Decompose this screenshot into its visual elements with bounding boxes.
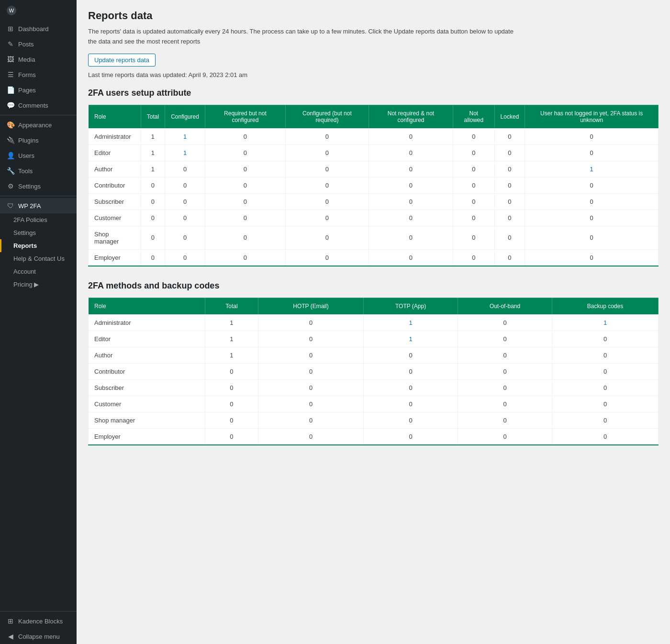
totp-link[interactable]: 1 [409,319,412,326]
totp-cell: 0 [363,363,458,379]
sidebar-item-tools[interactable]: 🔧 Tools [0,163,77,178]
hotp-cell: 0 [258,331,364,347]
unknown-cell: 0 [525,210,659,226]
sidebar-item-kadence[interactable]: ⊞ Kadence Blocks [0,613,77,629]
submenu-pricing[interactable]: Pricing ▶ [0,278,77,291]
table-row: Customer 0 0 0 0 0 [89,396,659,412]
not-allowed-cell: 0 [453,226,495,249]
role-cell: Employer [89,428,205,445]
locked-cell: 0 [494,128,525,144]
sidebar-item-label: Media [18,56,35,63]
total-cell: 0 [205,396,258,412]
sidebar-item-label: Plugins [18,137,39,144]
not-allowed-cell: 0 [453,210,495,226]
submenu-account[interactable]: Account [0,265,77,278]
media-icon: 🖼 [7,56,14,63]
col-locked: Locked [494,105,525,128]
update-reports-button[interactable]: Update reports data [88,54,156,67]
configured-link[interactable]: 1 [183,133,187,140]
submenu-help-contact[interactable]: Help & Contact Us [0,252,77,265]
table2-wrapper: Role Total HOTP (Email) TOTP (App) Out-o… [88,298,659,445]
sidebar-item-collapse[interactable]: ◀ Collapse menu [0,629,77,644]
oob-cell: 0 [458,412,552,428]
hotp-cell: 0 [258,347,364,363]
appearance-icon: 🎨 [7,121,14,129]
totp-cell: 0 [363,412,458,428]
backup-link[interactable]: 1 [603,319,607,326]
config-not-req-cell: 0 [285,161,368,177]
sidebar-item-media[interactable]: 🖼 Media [0,52,77,67]
req-not-config-cell: 0 [205,128,285,144]
totp-cell: 0 [363,396,458,412]
backup-cell: 0 [552,396,659,412]
hotp-cell: 0 [258,396,364,412]
sidebar-item-wp2fa[interactable]: 🛡 WP 2FA [0,198,77,213]
col-total: Total [141,105,165,128]
submenu-reports[interactable]: Reports [0,239,77,252]
unknown-cell: 0 [525,128,659,144]
table1-wrapper: Role Total Configured Required but not c… [88,105,659,266]
pages-icon: 📄 [7,86,14,94]
sidebar-item-appearance[interactable]: 🎨 Appearance [0,117,77,133]
totp-cell: 0 [363,347,458,363]
backup-cell: 0 [552,347,659,363]
table1-header-row: Role Total Configured Required but not c… [89,105,659,128]
sidebar-item-comments[interactable]: 💬 Comments [0,98,77,113]
table-row: Employer 0 0 0 0 0 0 0 0 [89,249,659,266]
sidebar-divider2 [0,196,77,196]
req-not-config-cell: 0 [205,144,285,161]
not-req-not-config-cell: 0 [368,210,453,226]
sidebar-item-label: Comments [18,102,48,109]
col-total: Total [205,298,258,314]
locked-cell: 0 [494,226,525,249]
totp-link[interactable]: 1 [409,335,412,343]
backup-cell: 0 [552,379,659,396]
locked-cell: 0 [494,144,525,161]
config-not-req-cell: 0 [285,249,368,266]
table-row: Author 1 0 0 0 0 0 0 1 [89,161,659,177]
sidebar-item-settings[interactable]: ⚙ Settings [0,178,77,194]
total-cell: 1 [141,161,165,177]
locked-cell: 0 [494,210,525,226]
section1-title: 2FA users setup attribute [88,88,659,98]
sidebar-item-plugins[interactable]: 🔌 Plugins [0,133,77,148]
col-role: Role [89,298,205,314]
forms-icon: ☰ [7,71,14,78]
config-not-req-cell: 0 [285,210,368,226]
role-cell: Editor [89,331,205,347]
unknown-cell: 0 [525,249,659,266]
role-cell: Employer [89,249,141,266]
sidebar-item-pages[interactable]: 📄 Pages [0,82,77,98]
unknown-cell: 1 [525,161,659,177]
role-cell: Customer [89,210,141,226]
sidebar-item-dashboard[interactable]: ⊞ Dashboard [0,21,77,36]
col-configured: Configured [165,105,205,128]
sidebar-item-posts[interactable]: ✎ Posts [0,36,77,52]
unknown-link[interactable]: 1 [590,166,593,173]
backup-cell: 0 [552,363,659,379]
submenu-2fa-policies[interactable]: 2FA Policies [0,213,77,226]
config-not-req-cell: 0 [285,177,368,193]
req-not-config-cell: 0 [205,177,285,193]
col-oob: Out-of-band [458,298,552,314]
role-cell: Administrator [89,128,141,144]
sidebar-item-forms[interactable]: ☰ Forms [0,67,77,82]
configured-cell: 1 [165,128,205,144]
total-cell: 0 [205,363,258,379]
table-row: Editor 1 1 0 0 0 0 0 0 [89,144,659,161]
sidebar-item-label: WP 2FA [18,202,41,210]
posts-icon: ✎ [7,40,14,48]
configured-link[interactable]: 1 [183,149,187,156]
backup-cell: 0 [552,412,659,428]
sidebar-item-users[interactable]: 👤 Users [0,148,77,163]
page-description: The reports' data is updated automatical… [88,27,519,47]
table-row: Subscriber 0 0 0 0 0 0 0 0 [89,193,659,210]
table-row: Administrator 1 1 0 0 0 0 0 0 [89,128,659,144]
page-title: Reports data [88,10,659,22]
configured-cell: 0 [165,161,205,177]
hotp-cell: 0 [258,379,364,396]
totp-cell: 1 [363,314,458,331]
backup-cell: 0 [552,428,659,445]
configured-cell: 1 [165,144,205,161]
submenu-settings[interactable]: Settings [0,226,77,239]
